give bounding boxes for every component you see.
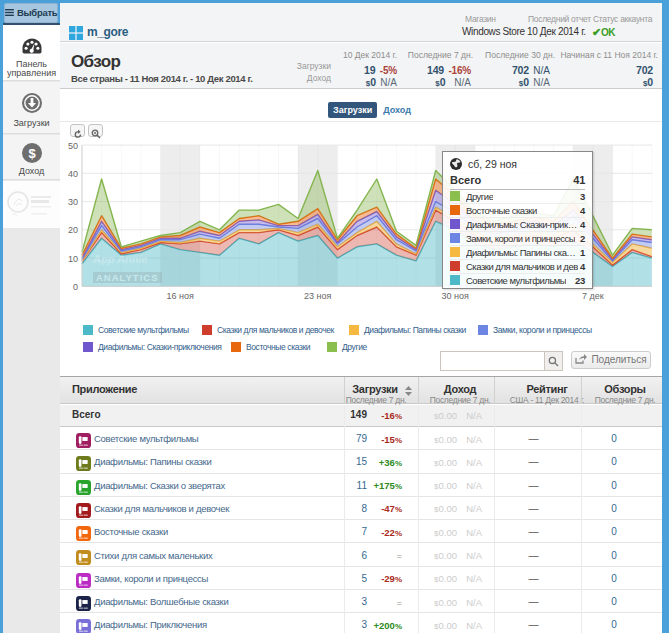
svg-text:40: 40	[68, 169, 78, 179]
svg-text:16 ноя: 16 ноя	[167, 291, 194, 301]
svg-text:50: 50	[68, 141, 78, 151]
svg-text:7 дек: 7 дек	[582, 291, 604, 301]
svg-text:20: 20	[68, 225, 78, 235]
svg-text:$: $	[28, 146, 36, 161]
svg-text:0: 0	[73, 282, 78, 292]
svg-text:30 ноя: 30 ноя	[442, 291, 469, 301]
svg-text:10: 10	[68, 254, 78, 264]
svg-text:23 ноя: 23 ноя	[304, 291, 331, 301]
svg-text:30: 30	[68, 197, 78, 207]
